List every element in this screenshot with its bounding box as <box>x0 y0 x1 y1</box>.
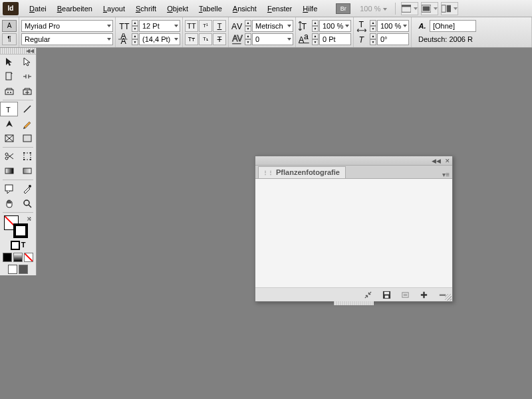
vscale-stepper[interactable]: ▲▼ <box>312 20 319 32</box>
content-placer-tool[interactable] <box>18 84 36 98</box>
hscale-combo[interactable]: 100 % <box>377 20 409 32</box>
pencil-tool[interactable] <box>18 116 36 131</box>
font-style-combo[interactable]: Regular <box>21 33 113 45</box>
page-tool[interactable] <box>0 69 18 84</box>
hscale-value: 100 % <box>380 22 401 30</box>
kerning-stepper[interactable]: ▲▼ <box>245 20 251 32</box>
vscale-combo[interactable]: 100 % <box>319 20 351 32</box>
content-collector-tool[interactable] <box>0 84 18 98</box>
free-transform-tool[interactable] <box>18 149 36 164</box>
menu-edit[interactable]: Bearbeiten <box>52 2 98 15</box>
toolbox-grip[interactable]: ◀◀ <box>0 48 36 55</box>
zoom-level-display[interactable]: 100 % <box>360 5 387 13</box>
normal-view-button[interactable] <box>8 265 17 274</box>
paragraph-mode-toggle[interactable]: ¶ <box>2 33 17 45</box>
skew-combo[interactable]: 0° <box>377 33 409 45</box>
panel-collapse-icon[interactable]: ◀◀ <box>432 158 441 164</box>
apply-gradient-button[interactable] <box>13 253 23 262</box>
apply-none-button[interactable] <box>24 253 33 262</box>
panel-body <box>255 179 452 288</box>
gradient-swatch-tool[interactable] <box>0 164 18 178</box>
underline-button[interactable]: T <box>213 20 226 32</box>
character-mode-toggle[interactable]: A <box>2 20 17 32</box>
hand-tool[interactable] <box>0 196 18 211</box>
skew-icon: T <box>356 33 369 45</box>
svg-point-23 <box>10 92 11 93</box>
panel-tab-label: Pflanzenfotografie <box>276 168 340 176</box>
pen-tool[interactable] <box>0 116 18 131</box>
baseline-shift-stepper[interactable]: ▲▼ <box>312 33 319 45</box>
panel-info-icon[interactable] <box>400 290 410 299</box>
formatting-text-button[interactable]: T <box>21 241 26 250</box>
font-size-icon: TT <box>118 20 131 32</box>
svg-rect-42 <box>5 185 13 191</box>
panel-close-icon[interactable]: ✕ <box>445 158 450 164</box>
menu-bar: Id Datei Bearbeiten Layout Schrift Objek… <box>0 0 532 17</box>
menu-type[interactable]: Schrift <box>130 2 162 15</box>
subscript-button[interactable]: T₁ <box>199 33 212 45</box>
svg-text:T: T <box>358 35 364 44</box>
stroke-swatch[interactable] <box>13 223 28 238</box>
menu-help[interactable]: Hilfe <box>297 2 323 15</box>
panel-thumbnail-view-icon[interactable] <box>363 290 372 299</box>
kerning-icon: AV <box>231 20 244 32</box>
arrange-documents-button[interactable] <box>421 2 438 15</box>
bridge-button[interactable]: Br <box>336 3 350 14</box>
font-family-combo[interactable]: Myriad Pro <box>21 20 113 32</box>
hscale-stepper[interactable]: ▲▼ <box>370 20 376 32</box>
rectangle-frame-tool[interactable] <box>0 131 18 146</box>
font-size-stepper[interactable]: ▲▼ <box>132 20 138 32</box>
apply-color-button[interactable] <box>3 253 12 262</box>
panel-tab[interactable]: ⋮⋮ Pflanzenfotografie <box>258 166 346 178</box>
swap-fill-stroke-icon[interactable]: ⤭ <box>27 215 32 222</box>
allcaps-button[interactable]: TT <box>185 20 198 32</box>
tracking-combo[interactable]: 0 <box>252 33 293 45</box>
direct-selection-tool[interactable] <box>18 55 36 69</box>
panel-save-icon[interactable] <box>382 290 391 299</box>
panel-titlebar[interactable]: ◀◀ ✕ <box>255 156 452 166</box>
svg-rect-20 <box>6 72 11 80</box>
svg-point-43 <box>29 185 31 188</box>
font-size-combo[interactable]: 12 Pt <box>139 20 180 32</box>
type-tool[interactable]: T <box>0 102 18 116</box>
menu-table[interactable]: Tabelle <box>194 2 227 15</box>
formatting-container-button[interactable] <box>11 241 20 250</box>
rectangle-tool[interactable] <box>18 131 36 146</box>
note-tool[interactable] <box>0 182 18 196</box>
workspace-switcher-button[interactable] <box>441 2 458 15</box>
character-style-combo[interactable]: [Ohne] <box>430 20 476 32</box>
fill-stroke-swatch[interactable]: ⤭ <box>0 214 36 239</box>
eyedropper-tool[interactable] <box>18 182 36 196</box>
zoom-tool[interactable] <box>18 196 36 211</box>
smallcaps-button[interactable]: Tᴛ <box>185 33 198 45</box>
menu-object[interactable]: Objekt <box>162 2 194 15</box>
skew-stepper[interactable]: ▲▼ <box>370 33 376 45</box>
panel-new-item-icon[interactable] <box>419 290 428 299</box>
leading-stepper[interactable]: ▲▼ <box>132 33 138 45</box>
char-style-icon: A. <box>416 20 429 32</box>
scissors-tool[interactable] <box>0 149 18 164</box>
gradient-feather-tool[interactable] <box>18 164 36 178</box>
panel-flyout-menu-button[interactable]: ▾≡ <box>442 171 450 178</box>
toolbox: ◀◀ T ⤭ T <box>0 48 37 275</box>
line-tool[interactable] <box>18 102 36 116</box>
tracking-stepper[interactable]: ▲▼ <box>245 33 251 45</box>
language-combo[interactable]: Deutsch: 2006 R <box>416 33 475 45</box>
leading-combo[interactable]: (14,4 Pt) <box>139 33 180 45</box>
kerning-combo[interactable]: Metrisch <box>252 20 293 32</box>
panel-resize-handle[interactable] <box>445 294 452 301</box>
menu-file[interactable]: Datei <box>24 2 52 15</box>
svg-text:V: V <box>237 21 243 31</box>
menu-view[interactable]: Ansicht <box>227 2 262 15</box>
menu-layout[interactable]: Layout <box>98 2 130 15</box>
screen-mode-button[interactable] <box>401 2 418 15</box>
font-size-value: 12 Pt <box>142 22 160 30</box>
panel-bottom-grip[interactable] <box>334 301 373 305</box>
baseline-shift-combo[interactable]: 0 Pt <box>319 33 351 45</box>
menu-window[interactable]: Fenster <box>262 2 297 15</box>
selection-tool[interactable] <box>0 55 18 69</box>
preview-view-button[interactable] <box>19 265 28 274</box>
superscript-button[interactable]: T¹ <box>199 20 212 32</box>
strikethrough-button[interactable]: T <box>213 33 226 45</box>
gap-tool[interactable] <box>18 69 36 84</box>
